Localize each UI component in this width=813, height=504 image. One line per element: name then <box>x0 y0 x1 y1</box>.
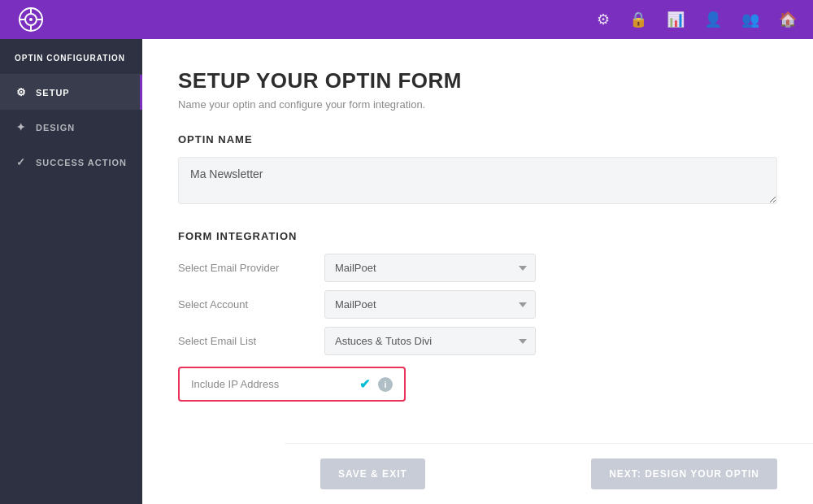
nav-icon-group: ⚙ 🔒 📊 👤 👥 🏠 <box>597 11 797 28</box>
home-icon[interactable]: 🏠 <box>779 11 797 28</box>
bottom-action-bar: SAVE & EXIT NEXT: DESIGN YOUR OPTIN <box>285 443 813 504</box>
settings-icon[interactable]: ⚙ <box>597 11 610 28</box>
email-provider-select[interactable]: MailPoet Mailchimp ConvertKit <box>324 254 536 282</box>
lock-icon[interactable]: 🔒 <box>629 11 647 28</box>
sidebar-item-success-action[interactable]: ✓ SUCCESS ACTION <box>0 145 142 180</box>
ip-address-container: Include IP Address ✔ i <box>178 367 406 402</box>
ip-check-icon[interactable]: ✔ <box>359 376 370 392</box>
optin-name-section: OPTIN NAME Ma Newsletter <box>178 133 777 207</box>
check-icon: ✓ <box>15 156 28 168</box>
email-list-label: Select Email List <box>178 335 324 347</box>
email-provider-row: Select Email Provider MailPoet Mailchimp… <box>178 254 777 282</box>
page-title: SETUP YOUR OPTIN FORM <box>178 68 777 93</box>
sidebar-item-setup[interactable]: ⚙ SETUP <box>0 75 142 110</box>
save-exit-button[interactable]: SAVE & EXIT <box>320 458 425 489</box>
email-list-select[interactable]: Astuces & Tutos Divi <box>324 327 536 355</box>
form-integration-section: FORM INTEGRATION Select Email Provider M… <box>178 230 777 402</box>
setup-icon: ⚙ <box>15 86 28 98</box>
sidebar-item-design-label: DESIGN <box>36 123 75 133</box>
chart-icon[interactable]: 📊 <box>667 11 685 28</box>
account-select[interactable]: MailPoet <box>324 290 536 319</box>
sidebar-item-success-label: SUCCESS ACTION <box>36 158 127 167</box>
email-list-row: Select Email List Astuces & Tutos Divi <box>178 327 777 355</box>
form-integration-heading: FORM INTEGRATION <box>178 230 777 242</box>
account-row: Select Account MailPoet <box>178 290 777 319</box>
email-provider-label: Select Email Provider <box>178 262 324 274</box>
optin-name-heading: OPTIN NAME <box>178 133 777 146</box>
account-label: Select Account <box>178 298 324 311</box>
sidebar: OPTIN CONFIGURATION ⚙ SETUP ✦ DESIGN ✓ S… <box>0 39 142 504</box>
page-subtitle: Name your optin and configure your form … <box>178 98 777 111</box>
next-button[interactable]: NEXT: DESIGN YOUR OPTIN <box>591 458 777 489</box>
main-layout: OPTIN CONFIGURATION ⚙ SETUP ✦ DESIGN ✓ S… <box>0 39 813 504</box>
svg-point-2 <box>29 18 33 21</box>
content-area: SETUP YOUR OPTIN FORM Name your optin an… <box>142 39 813 504</box>
design-icon: ✦ <box>15 121 28 133</box>
optin-name-input[interactable]: Ma Newsletter <box>178 157 777 204</box>
ip-address-label: Include IP Address <box>191 378 351 390</box>
ip-address-row: Include IP Address ✔ i <box>178 363 777 402</box>
sidebar-item-design[interactable]: ✦ DESIGN <box>0 110 142 145</box>
user-circle-icon[interactable]: 👤 <box>704 11 722 28</box>
sidebar-item-setup-label: SETUP <box>36 88 70 98</box>
sidebar-title: OPTIN CONFIGURATION <box>0 39 142 75</box>
users-icon[interactable]: 👥 <box>741 11 759 28</box>
top-navigation: ⚙ 🔒 📊 👤 👥 🏠 <box>0 0 813 39</box>
ip-info-icon[interactable]: i <box>378 377 393 392</box>
app-logo[interactable] <box>16 5 46 34</box>
